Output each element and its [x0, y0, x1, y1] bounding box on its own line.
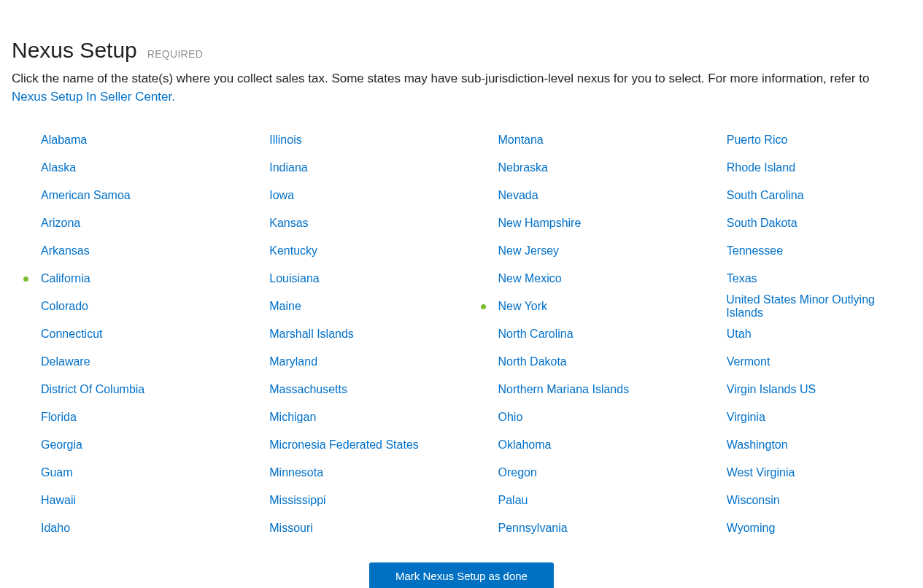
state-link[interactable]: Massachusetts: [269, 383, 347, 396]
state-link[interactable]: Oklahoma: [498, 438, 552, 452]
state-link[interactable]: North Carolina: [498, 328, 574, 341]
description: Click the name of the state(s) where you…: [12, 70, 902, 106]
state-link[interactable]: Utah: [727, 328, 752, 341]
states-grid: AlabamaAlaskaAmerican SamoaArizonaArkans…: [12, 126, 911, 542]
state-link[interactable]: Arizona: [41, 217, 80, 230]
state-link[interactable]: Guam: [41, 466, 73, 479]
state-link[interactable]: Puerto Rico: [727, 134, 788, 147]
state-item: Palau: [469, 487, 683, 514]
state-link[interactable]: Colorado: [41, 300, 88, 313]
state-link[interactable]: Wisconsin: [727, 494, 780, 507]
mark-done-button[interactable]: Mark Nexus Setup as done: [369, 562, 554, 588]
description-text: Click the name of the state(s) where you…: [12, 71, 869, 85]
state-link[interactable]: Texas: [727, 272, 757, 285]
state-link[interactable]: Georgia: [41, 438, 82, 452]
state-link[interactable]: Mississippi: [269, 494, 325, 507]
state-link[interactable]: Maine: [269, 300, 301, 313]
state-link[interactable]: South Carolina: [727, 189, 804, 202]
selected-dot-icon: [23, 276, 28, 282]
states-column: Puerto RicoRhode IslandSouth CarolinaSou…: [698, 126, 911, 542]
state-item: Ohio: [469, 403, 683, 431]
states-column: AlabamaAlaskaAmerican SamoaArizonaArkans…: [12, 126, 225, 542]
state-link[interactable]: South Dakota: [727, 217, 798, 230]
state-link[interactable]: Northern Mariana Islands: [498, 383, 630, 396]
description-link[interactable]: Nexus Setup In Seller Center.: [12, 90, 175, 104]
selected-dot-icon: [481, 304, 486, 309]
state-item: Minnesota: [240, 459, 454, 487]
state-item: Alabama: [12, 126, 225, 154]
state-item: Puerto Rico: [698, 126, 911, 154]
state-item: Virginia: [698, 403, 911, 431]
state-link[interactable]: Maryland: [269, 355, 317, 368]
state-item: Utah: [698, 320, 911, 348]
state-link[interactable]: Washington: [727, 438, 788, 452]
state-item: South Dakota: [698, 209, 911, 237]
state-link[interactable]: Rhode Island: [727, 161, 795, 174]
state-link[interactable]: Michigan: [269, 411, 316, 424]
state-link[interactable]: Delaware: [41, 355, 90, 368]
state-link[interactable]: California: [41, 272, 90, 285]
state-link[interactable]: District Of Columbia: [41, 383, 144, 396]
state-link[interactable]: Vermont: [727, 355, 771, 368]
state-link[interactable]: New Jersey: [498, 244, 560, 258]
state-item: Delaware: [12, 348, 225, 376]
state-link[interactable]: Virgin Islands US: [727, 383, 816, 396]
state-link[interactable]: American Samoa: [41, 189, 131, 202]
state-item: Maine: [240, 293, 454, 320]
state-link[interactable]: Micronesia Federated States: [269, 438, 419, 452]
state-link[interactable]: North Dakota: [498, 355, 567, 368]
state-link[interactable]: United States Minor Outlying Islands: [726, 293, 911, 320]
state-item: Wisconsin: [698, 487, 911, 514]
state-link[interactable]: Minnesota: [269, 466, 323, 479]
state-item: United States Minor Outlying Islands: [698, 293, 911, 320]
state-link[interactable]: New Hampshire: [498, 217, 582, 230]
state-link[interactable]: West Virginia: [727, 466, 795, 479]
state-link[interactable]: Pennsylvania: [498, 522, 568, 535]
state-item: District Of Columbia: [12, 376, 225, 403]
states-column: IllinoisIndianaIowaKansasKentuckyLouisia…: [240, 126, 454, 542]
state-item: Washington: [698, 431, 911, 459]
state-link[interactable]: Kansas: [269, 217, 308, 230]
state-link[interactable]: Iowa: [269, 189, 294, 202]
state-item: New Hampshire: [469, 209, 683, 237]
state-item: Alaska: [12, 154, 225, 182]
state-link[interactable]: Hawaii: [41, 494, 76, 507]
state-item: Oklahoma: [469, 431, 683, 459]
state-item: Maryland: [240, 348, 454, 376]
state-link[interactable]: Virginia: [727, 411, 765, 424]
state-link[interactable]: New Mexico: [498, 272, 562, 285]
state-link[interactable]: Alabama: [41, 134, 87, 147]
state-link[interactable]: Marshall Islands: [269, 328, 354, 341]
state-link[interactable]: Indiana: [269, 161, 308, 174]
state-link[interactable]: Nevada: [498, 189, 538, 202]
header-row: Nexus Setup REQUIRED: [12, 38, 911, 63]
state-item: American Samoa: [12, 182, 225, 209]
state-link[interactable]: Wyoming: [727, 522, 776, 535]
state-link[interactable]: Florida: [41, 411, 77, 424]
state-item: Missouri: [240, 514, 454, 542]
state-link[interactable]: Missouri: [269, 522, 313, 535]
state-item: Montana: [469, 126, 683, 154]
state-link[interactable]: Idaho: [41, 522, 70, 535]
state-link[interactable]: Tennessee: [727, 244, 783, 258]
state-item: Wyoming: [698, 514, 911, 542]
state-item: Louisiana: [240, 265, 454, 293]
state-link[interactable]: Louisiana: [269, 272, 320, 285]
state-link[interactable]: Palau: [498, 494, 528, 507]
state-item: North Dakota: [469, 348, 683, 376]
state-link[interactable]: Kentucky: [269, 244, 317, 258]
state-link[interactable]: Ohio: [498, 411, 523, 424]
state-link[interactable]: Connecticut: [41, 328, 103, 341]
page-title: Nexus Setup: [12, 38, 137, 63]
state-link[interactable]: New York: [498, 300, 548, 313]
state-item: Florida: [12, 403, 225, 431]
state-item: Nebraska: [469, 154, 683, 182]
state-link[interactable]: Arkansas: [41, 244, 90, 258]
state-item: North Carolina: [469, 320, 683, 348]
state-item: Tennessee: [698, 237, 911, 265]
state-link[interactable]: Illinois: [269, 134, 301, 147]
state-link[interactable]: Oregon: [498, 466, 537, 479]
state-link[interactable]: Alaska: [41, 161, 76, 174]
state-link[interactable]: Montana: [498, 134, 544, 147]
state-link[interactable]: Nebraska: [498, 161, 548, 174]
